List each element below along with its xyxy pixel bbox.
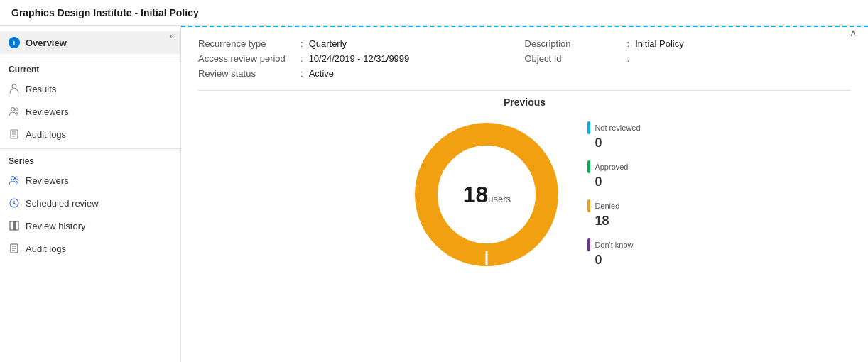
previous-section: Previous 18users	[198, 97, 851, 273]
sidebar-collapse-button[interactable]: «	[170, 31, 175, 41]
legend-item-approved: Approved 0	[587, 160, 640, 190]
description-row: Description : Initial Policy	[525, 38, 852, 49]
svg-point-0	[12, 84, 16, 89]
previous-label: Previous	[504, 97, 546, 108]
sidebar-item-audit-logs-current[interactable]: Audit logs	[0, 123, 180, 146]
denied-count: 18	[587, 214, 640, 229]
donut-center: 18users	[463, 182, 511, 208]
sidebar-audit-logs-series-label: Audit logs	[26, 243, 66, 254]
legend-item-not-reviewed: Not reviewed 0	[587, 121, 640, 150]
sidebar-item-review-history[interactable]: Review history	[0, 214, 180, 237]
legend: Not reviewed 0 Approved 0	[587, 121, 640, 268]
sidebar: « i Overview Current Results Reviewers	[0, 26, 181, 362]
dont-know-label: Don't know	[595, 241, 633, 249]
sidebar-section-series: Series	[0, 148, 180, 169]
svg-point-7	[11, 177, 15, 180]
sidebar-results-label: Results	[26, 84, 56, 94]
audit-logs-current-icon	[9, 128, 20, 140]
donut-unit: users	[488, 194, 511, 204]
recurrence-type-row: Recurrence type : Quarterly	[198, 38, 525, 49]
approved-count: 0	[587, 175, 640, 190]
recurrence-type-label: Recurrence type	[198, 38, 298, 49]
sidebar-section-current: Current	[0, 57, 180, 77]
description-label: Description	[525, 38, 624, 49]
svg-point-8	[16, 177, 18, 180]
clock-icon	[9, 197, 20, 209]
people-icon	[9, 106, 20, 117]
not-reviewed-count: 0	[587, 136, 640, 150]
svg-point-1	[11, 108, 15, 111]
sidebar-scheduled-review-label: Scheduled review	[26, 198, 99, 209]
donut-total: 18	[463, 182, 489, 207]
denied-bar	[587, 199, 590, 212]
review-status-label: Review status	[198, 68, 298, 79]
access-review-period-value: 10/24/2019 - 12/31/9999	[309, 53, 410, 64]
description-value: Initial Policy	[635, 38, 684, 49]
denied-label: Denied	[595, 202, 619, 210]
page-title: Graphics Design Institute - Initial Poli…	[11, 7, 199, 18]
sidebar-item-scheduled-review[interactable]: Scheduled review	[0, 192, 180, 214]
top-bar: Graphics Design Institute - Initial Poli…	[0, 0, 868, 26]
access-review-period-label: Access review period	[198, 53, 298, 64]
object-id-row: Object Id :	[525, 53, 852, 64]
sidebar-review-history-label: Review history	[26, 221, 86, 231]
donut-chart: 18users	[408, 116, 565, 273]
sidebar-reviewers-current-label: Reviewers	[26, 106, 69, 117]
reviewers-series-icon	[9, 175, 20, 186]
collapse-chevron-icon[interactable]: ∧	[850, 27, 857, 38]
main-layout: « i Overview Current Results Reviewers	[0, 26, 868, 362]
info-icon: i	[9, 37, 20, 48]
approved-label: Approved	[595, 163, 628, 171]
content-divider	[198, 90, 851, 91]
sidebar-item-overview[interactable]: i Overview	[0, 31, 180, 54]
review-status-value: Active	[309, 68, 334, 79]
svg-line-11	[14, 204, 16, 205]
review-status-row: Review status : Active	[198, 68, 525, 79]
chart-legend-container: 18users Not reviewed 0	[408, 116, 640, 273]
not-reviewed-label: Not reviewed	[595, 124, 640, 132]
svg-rect-12	[10, 221, 13, 230]
svg-point-2	[16, 108, 18, 111]
object-id-label: Object Id	[525, 53, 624, 64]
sidebar-reviewers-series-label: Reviewers	[26, 175, 69, 186]
legend-item-dont-know: Don't know 0	[587, 238, 640, 268]
content-area: ∧ Recurrence type : Quarterly Access rev…	[181, 26, 868, 362]
sidebar-overview-label: Overview	[26, 38, 67, 48]
dont-know-bar	[587, 238, 590, 251]
person-icon	[9, 83, 20, 94]
audit-logs-series-icon	[9, 243, 20, 254]
svg-rect-13	[15, 221, 18, 230]
legend-item-denied: Denied 18	[587, 199, 640, 229]
access-review-period-row: Access review period : 10/24/2019 - 12/3…	[198, 53, 525, 64]
sidebar-item-reviewers-current[interactable]: Reviewers	[0, 100, 180, 123]
sidebar-item-reviewers-series[interactable]: Reviewers	[0, 169, 180, 192]
book-icon	[9, 220, 20, 231]
not-reviewed-bar	[587, 121, 590, 134]
sidebar-audit-logs-current-label: Audit logs	[26, 129, 66, 140]
sidebar-item-audit-logs-series[interactable]: Audit logs	[0, 237, 180, 260]
sidebar-item-results[interactable]: Results	[0, 77, 180, 100]
dont-know-count: 0	[587, 253, 640, 268]
info-grid: Recurrence type : Quarterly Access revie…	[198, 38, 851, 79]
approved-bar	[587, 160, 590, 173]
recurrence-type-value: Quarterly	[309, 38, 347, 49]
